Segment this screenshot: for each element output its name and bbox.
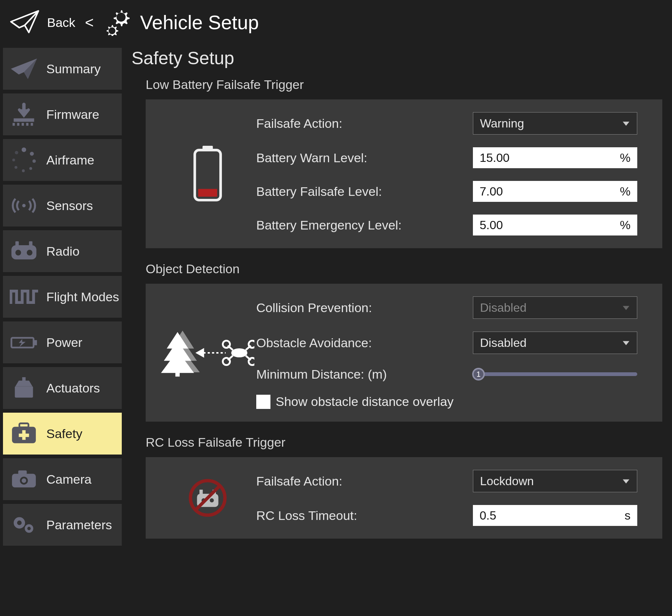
select-failsafe-action[interactable]: Warning <box>473 112 637 135</box>
sidebar-item-actuators[interactable]: Actuators <box>3 367 122 409</box>
back-button[interactable]: Back <box>47 15 75 30</box>
svg-marker-72 <box>623 479 629 483</box>
sidebar-item-camera[interactable]: Camera <box>3 458 122 500</box>
section-object-detection: Collision Prevention: Disabled Obstacle … <box>146 284 662 422</box>
sidebar-item-label: Parameters <box>46 518 112 532</box>
battery-low-icon <box>159 146 256 202</box>
unit-label: % <box>620 185 631 198</box>
sidebar-item-label: Airframe <box>46 153 94 167</box>
gears-small-icon <box>8 509 40 540</box>
select-value: Disabled <box>480 301 527 315</box>
sidebar: Summary Firmware <box>0 48 122 552</box>
svg-rect-21 <box>12 245 37 259</box>
pwm-wave-icon <box>8 281 40 312</box>
first-aid-icon <box>8 418 40 449</box>
svg-point-16 <box>12 158 15 161</box>
sidebar-item-firmware[interactable]: Firmware <box>3 93 122 135</box>
section-low-battery: Failsafe Action: Warning Battery Warn Le… <box>146 99 662 248</box>
svg-point-62 <box>249 358 254 365</box>
slider-thumb[interactable]: 1 <box>472 368 485 381</box>
svg-marker-52 <box>197 349 203 356</box>
svg-point-36 <box>22 478 26 483</box>
label-failsafe-level: Battery Failsafe Level: <box>256 184 473 199</box>
page-header-title: Vehicle Setup <box>140 11 259 34</box>
svg-rect-5 <box>22 123 24 126</box>
section-title-low-battery: Low Battery Failsafe Trigger <box>146 77 672 92</box>
label-rc-loss-timeout: RC Loss Timeout: <box>256 508 473 523</box>
svg-rect-6 <box>26 123 28 126</box>
input-warn-level-field[interactable] <box>480 151 600 165</box>
paper-plane-icon[interactable] <box>9 10 40 35</box>
svg-rect-33 <box>18 470 27 474</box>
sidebar-item-safety[interactable]: Safety <box>3 413 122 455</box>
sidebar-item-label: Radio <box>46 244 80 259</box>
svg-point-56 <box>223 341 230 348</box>
battery-horizontal-icon <box>8 327 40 358</box>
svg-point-18 <box>22 204 25 207</box>
checkbox-overlay[interactable] <box>256 395 270 409</box>
caret-down-icon <box>622 336 630 350</box>
sidebar-item-sensors[interactable]: Sensors <box>3 185 122 227</box>
input-rc-loss-timeout-field[interactable] <box>480 509 600 523</box>
input-warn-level[interactable]: % <box>473 147 637 168</box>
caret-down-icon <box>622 117 630 130</box>
rc-disabled-icon <box>159 477 256 518</box>
select-value: Disabled <box>480 336 527 350</box>
sidebar-item-power[interactable]: Power <box>3 321 122 363</box>
sidebar-item-flight-modes[interactable]: Flight Modes <box>3 276 122 318</box>
input-rc-loss-timeout[interactable]: s <box>473 505 637 526</box>
svg-point-13 <box>29 167 32 170</box>
select-obstacle-avoidance[interactable]: Disabled <box>473 332 637 354</box>
slider-minimum-distance[interactable]: 1 <box>473 367 637 382</box>
input-failsafe-level[interactable]: % <box>473 181 637 202</box>
header: Back < Vehicle Setup <box>0 0 672 48</box>
input-emergency-level[interactable]: % <box>473 215 637 235</box>
svg-marker-63 <box>623 306 629 310</box>
svg-point-0 <box>119 15 123 19</box>
svg-marker-27 <box>15 381 32 386</box>
svg-rect-4 <box>17 123 19 126</box>
label-overlay: Show obstacle distance overlay <box>276 394 453 409</box>
unit-label: % <box>620 218 631 232</box>
caret-down-icon <box>622 301 630 315</box>
svg-point-70 <box>210 498 214 502</box>
section-title-rc-loss: RC Loss Failsafe Trigger <box>146 435 672 450</box>
sidebar-item-label: Sensors <box>46 198 93 213</box>
svg-rect-9 <box>22 104 25 110</box>
svg-rect-2 <box>14 118 34 122</box>
svg-point-14 <box>22 169 25 172</box>
svg-point-22 <box>15 250 21 255</box>
svg-marker-64 <box>623 341 629 345</box>
sidebar-item-label: Safety <box>46 426 82 441</box>
input-failsafe-level-field[interactable] <box>480 185 600 198</box>
unit-label: % <box>620 151 631 165</box>
svg-point-23 <box>27 250 32 255</box>
select-value: Lockdown <box>480 474 534 488</box>
sidebar-item-summary[interactable]: Summary <box>3 48 122 90</box>
svg-point-58 <box>249 341 254 348</box>
svg-point-1 <box>110 28 114 32</box>
label-minimum-distance: Minimum Distance: (m) <box>256 367 473 382</box>
svg-point-60 <box>223 358 230 365</box>
select-rc-failsafe-action[interactable]: Lockdown <box>473 470 637 492</box>
svg-rect-29 <box>19 424 28 428</box>
label-obstacle-avoidance: Obstacle Avoidance: <box>256 336 473 350</box>
svg-rect-51 <box>175 372 180 376</box>
svg-marker-44 <box>623 121 629 126</box>
camera-icon <box>8 463 40 495</box>
sidebar-item-radio[interactable]: Radio <box>3 230 122 272</box>
page-title: Safety Setup <box>131 48 672 68</box>
svg-rect-25 <box>34 340 37 345</box>
svg-rect-19 <box>15 241 19 246</box>
sidebar-item-label: Camera <box>46 472 92 487</box>
content-area: Safety Setup Low Battery Failsafe Trigge… <box>122 48 672 552</box>
gears-icon <box>103 7 132 37</box>
sidebar-item-parameters[interactable]: Parameters <box>3 504 122 546</box>
input-emergency-level-field[interactable] <box>480 218 600 232</box>
sidebar-item-airframe[interactable]: Airframe <box>3 139 122 181</box>
svg-point-17 <box>15 151 18 154</box>
rc-controller-icon <box>8 235 40 267</box>
sidebar-item-label: Summary <box>46 62 100 76</box>
label-failsafe-action: Failsafe Action: <box>256 116 473 131</box>
select-value: Warning <box>480 117 524 130</box>
